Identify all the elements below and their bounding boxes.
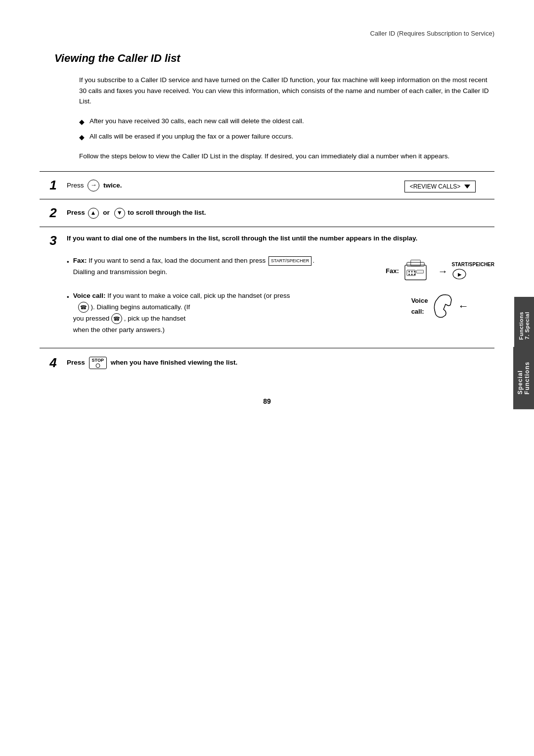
step-1-right: <REVIEW CALLS> (386, 179, 494, 192)
step-1-row: 1 Press → twice. <REVIEW CALLS> (40, 172, 494, 199)
sub-bullet-fax: • Fax: If you want to send a fax, load t… (67, 255, 494, 284)
sub-bullet-voice-text: Voice call: If you want to make a voice … (73, 290, 494, 336)
step-2-number: 2 (40, 205, 67, 221)
step-3-header: 3 If you want to dial one of the numbers… (40, 233, 494, 248)
voice-arrow-icon: ← (458, 297, 469, 315)
step-3-body: • Fax: If you want to send a fax, load t… (67, 255, 494, 336)
fax-label: Fax: (386, 266, 399, 277)
voice-label-row: Voicecall: ← (411, 292, 469, 320)
fax-diagram-col: Fax: (386, 255, 494, 284)
step-2-content: Press ▲ or ▼ to scroll through the list. (67, 207, 494, 218)
bullet-diamond-icon-2: ◆ (79, 132, 85, 142)
sub-bullet-dot-voice: • (67, 292, 69, 303)
bullet-diamond-icon: ◆ (79, 116, 85, 127)
voice-text-col: Voice call: If you want to make a voice … (73, 290, 386, 336)
svg-point-9 (414, 274, 415, 275)
svg-point-5 (411, 271, 412, 273)
svg-rect-10 (416, 270, 423, 273)
fax-arrow-icon: → (438, 263, 448, 280)
arrow-left-icon: → (88, 180, 99, 191)
hook-button-icon-2: ☎ (111, 313, 122, 324)
sub-bullet-dot-fax: • (67, 257, 69, 268)
bullet-text-2: All calls will be erased if you unplug t… (89, 131, 293, 142)
step-3-row: 3 If you want to dial one of the numbers… (40, 227, 494, 348)
voice-label: Voicecall: (411, 295, 428, 317)
start-speicher-label: START/SPEICHER ▶ (452, 260, 495, 282)
steps-container: 1 Press → twice. <REVIEW CALLS> 2 (40, 171, 494, 378)
down-button-icon: ▼ (114, 208, 125, 219)
start-speicher-button-icon: ▶ (452, 269, 467, 280)
svg-point-6 (414, 271, 415, 273)
svg-point-13 (96, 364, 100, 368)
svg-text:▶: ▶ (457, 272, 461, 277)
svg-point-4 (408, 271, 410, 273)
svg-rect-1 (407, 262, 424, 266)
hook-button-icon: ☎ (78, 302, 89, 313)
fax-row: Fax: If you want to send a fax, load the… (73, 255, 494, 284)
stop-key-icon: STOP (89, 357, 107, 369)
follow-text: Follow the steps below to view the Calle… (79, 151, 494, 162)
page-header: Caller ID (Requires Subscription to Serv… (40, 30, 494, 37)
sub-bullet-fax-text: Fax: If you want to send a fax, load the… (73, 255, 494, 284)
svg-point-8 (411, 274, 412, 275)
scroll-down-icon (464, 185, 470, 189)
fax-machine-icon (403, 257, 434, 284)
svg-point-7 (408, 274, 410, 275)
step-4-content: Press STOP when you have finished viewin… (67, 357, 494, 369)
step-2-row: 2 Press ▲ or ▼ to scroll through the lis… (40, 199, 494, 227)
page: Caller ID (Requires Subscription to Serv… (0, 0, 534, 756)
bullet-text-1: After you have received 30 calls, each n… (89, 116, 304, 127)
step-3-number: 3 (40, 233, 67, 248)
bullet-item-1: ◆ After you have received 30 calls, each… (79, 116, 494, 127)
step-4-row: 4 Press STOP when you have finished view… (40, 348, 494, 378)
voice-diagram-col: Voicecall: ← (386, 290, 494, 320)
page-number: 89 (40, 397, 494, 405)
side-tab: SpecialFunctions (513, 347, 534, 409)
stop-circle-icon (93, 363, 102, 368)
step-1-number: 1 (40, 178, 67, 193)
fax-text-col: Fax: If you want to send a fax, load the… (73, 255, 386, 278)
step-4-number: 4 (40, 355, 67, 371)
side-chapter-tab: 7. Special Functions (514, 297, 534, 355)
voice-row: Voice call: If you want to make a voice … (73, 290, 494, 336)
step-1-content: Press → twice. (67, 180, 386, 191)
side-tab-label: 7. Special Functions (518, 312, 530, 340)
up-button-icon: ▲ (88, 208, 99, 219)
bullet-item-2: ◆ All calls will be erased if you unplug… (79, 131, 494, 142)
intro-paragraph: If you subscribe to a Caller ID service … (79, 75, 494, 107)
sub-bullet-voice: • Voice call: If you want to make a voic… (67, 290, 494, 336)
handset-icon (432, 292, 454, 320)
start-speicher-key: START/SPEICHER (268, 256, 312, 266)
bullet-list: ◆ After you have received 30 calls, each… (79, 116, 494, 143)
step-3-main-text: If you want to dial one of the numbers i… (67, 233, 494, 244)
review-calls-display: <REVIEW CALLS> (404, 181, 476, 192)
section-title: Viewing the Caller ID list (54, 52, 494, 65)
